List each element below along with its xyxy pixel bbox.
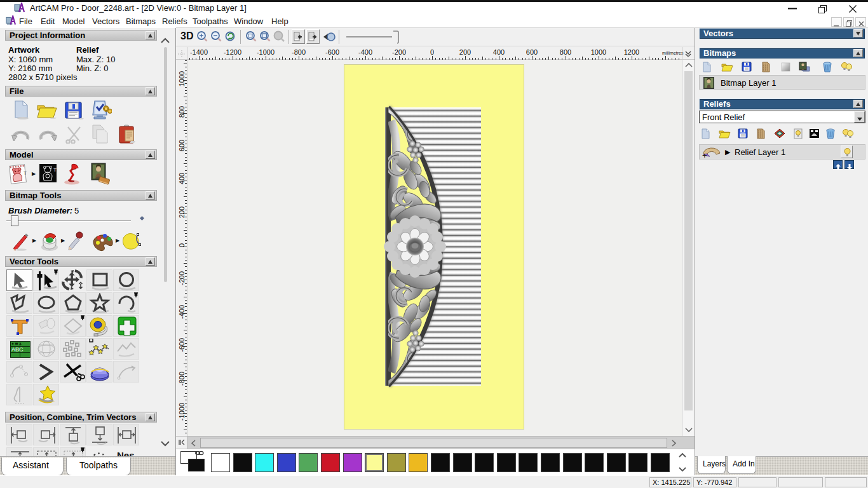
svg-text:T: T	[53, 167, 57, 173]
svg-text:ABC: ABC	[11, 346, 24, 353]
svg-text:T: T	[24, 170, 27, 176]
